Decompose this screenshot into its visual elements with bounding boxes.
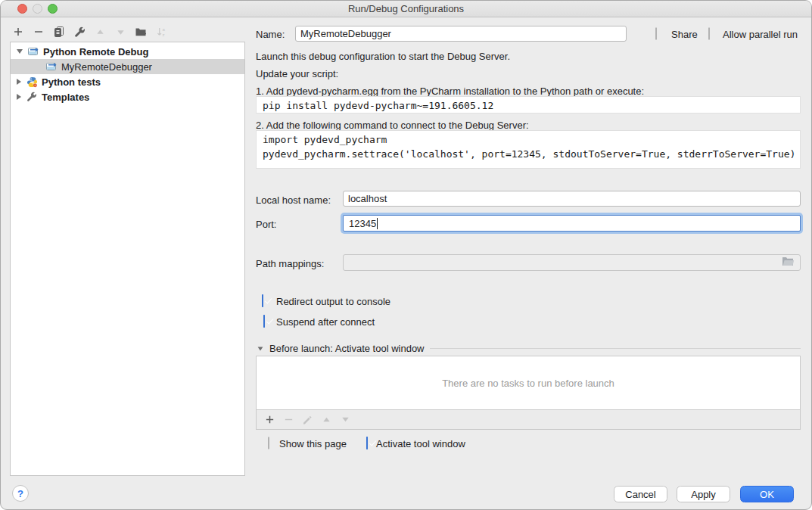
instruction-step-1: 1. Add pydevd-pycharm.egg from the PyCha… — [256, 86, 644, 97]
configurations-toolbar: a z — [11, 23, 168, 41]
show-this-page-checkbox[interactable] — [268, 437, 269, 449]
add-icon — [265, 415, 275, 424]
remove-icon — [284, 415, 294, 424]
edit-task-button[interactable] — [300, 413, 314, 427]
apply-button[interactable]: Apply — [677, 486, 730, 502]
port-input[interactable]: 12345 — [343, 215, 801, 232]
sort-alpha-icon: a z — [156, 26, 167, 38]
ok-button[interactable]: OK — [740, 486, 794, 502]
move-down-icon — [341, 415, 350, 424]
activate-tool-window-label: Activate tool window — [376, 438, 465, 449]
add-icon — [13, 26, 23, 37]
before-launch-empty-text: There are no tasks to run before launch — [442, 378, 614, 389]
tree-item-label: Python tests — [42, 76, 101, 88]
new-folder-icon — [135, 26, 147, 38]
move-up-button[interactable] — [93, 25, 107, 39]
browse-folder-icon[interactable] — [782, 257, 795, 269]
local-host-name-label: Local host name: — [256, 194, 331, 206]
show-this-page-label: Show this page — [279, 438, 347, 449]
tree-item-python-tests[interactable]: Python tests — [11, 74, 244, 89]
chevron-right-icon[interactable] — [17, 94, 21, 100]
wrench-icon — [74, 26, 86, 38]
move-up-icon — [322, 415, 331, 424]
move-down-button[interactable] — [114, 25, 127, 39]
run-debug-configurations-dialog: Run/Debug Configurations — [0, 0, 812, 510]
python-tests-icon — [26, 76, 38, 88]
suspend-after-connect-label: Suspend after connect — [276, 316, 375, 328]
settrace-code-line-1: import pydevd_pycharm — [263, 134, 387, 145]
window-title: Run/Debug Configurations — [1, 3, 811, 14]
pip-install-code[interactable]: pip install pydevd-pycharm~=191.6605.12 — [256, 96, 801, 114]
move-up-icon — [95, 27, 105, 37]
remote-debug-config-icon — [27, 45, 39, 58]
remote-debug-config-icon — [45, 61, 58, 73]
before-launch-title: Before launch: Activate tool window — [269, 343, 425, 354]
chevron-down-icon[interactable] — [17, 49, 23, 54]
tree-item-label: Templates — [42, 92, 89, 103]
share-label: Share — [671, 29, 698, 40]
local-host-name-input[interactable] — [343, 191, 801, 207]
collapse-section-icon[interactable] — [258, 347, 263, 350]
move-down-icon — [116, 27, 126, 37]
port-value: 12345 — [349, 218, 376, 229]
help-button[interactable]: ? — [12, 485, 29, 502]
remove-task-button[interactable] — [282, 413, 295, 427]
before-launch-header[interactable]: Before launch: Activate tool window — [257, 343, 801, 354]
move-task-down-button[interactable] — [338, 413, 352, 427]
copy-configuration-button[interactable] — [52, 25, 66, 39]
before-launch-task-list[interactable]: There are no tasks to run before launch — [256, 356, 801, 410]
activate-tool-window-checkbox[interactable] — [366, 437, 368, 449]
port-label: Port: — [256, 219, 276, 230]
copy-icon — [53, 26, 65, 38]
title-bar: Run/Debug Configurations — [1, 1, 811, 17]
tree-item-templates[interactable]: Templates — [11, 89, 244, 104]
add-task-button[interactable] — [263, 413, 276, 427]
move-task-up-button[interactable] — [319, 413, 333, 427]
chevron-right-icon[interactable] — [17, 79, 21, 85]
settrace-code-line-2: pydevd_pycharm.settrace('localhost', por… — [263, 148, 795, 160]
instruction-line-2: Update your script: — [256, 68, 338, 79]
remove-configuration-button[interactable] — [32, 25, 45, 39]
remove-icon — [33, 26, 44, 37]
sort-configurations-button[interactable]: a z — [154, 25, 168, 39]
configurations-tree: Python Remote Debug MyRemoteDebugger — [10, 42, 245, 476]
pencil-icon — [302, 415, 313, 425]
redirect-output-checkbox[interactable] — [262, 294, 263, 307]
instruction-step-2: 2. Add the following command to connect … — [256, 120, 529, 131]
instruction-line-1: Launch this debug configuration to start… — [256, 51, 510, 62]
add-configuration-button[interactable] — [11, 25, 25, 39]
path-mappings-input[interactable] — [343, 254, 801, 271]
text-caret — [377, 218, 378, 229]
suspend-after-connect-checkbox[interactable] — [263, 315, 265, 328]
section-divider — [430, 348, 801, 349]
svg-text:z: z — [162, 31, 164, 36]
edit-templates-button[interactable] — [73, 25, 86, 39]
share-checkbox[interactable] — [655, 27, 657, 40]
redirect-output-label: Redirect output to console — [276, 296, 390, 307]
tree-item-myremotedebugger-selected[interactable]: MyRemoteDebugger — [11, 59, 244, 74]
allow-parallel-run-checkbox[interactable] — [708, 27, 710, 40]
name-input[interactable] — [295, 26, 627, 42]
tree-item-label: MyRemoteDebugger — [61, 61, 152, 73]
tree-item-python-remote-debug[interactable]: Python Remote Debug — [11, 44, 244, 59]
name-label: Name: — [256, 29, 285, 40]
tree-item-label: Python Remote Debug — [43, 46, 148, 58]
question-mark-icon: ? — [17, 488, 23, 499]
new-folder-button[interactable] — [134, 25, 148, 39]
path-mappings-label: Path mappings: — [256, 258, 324, 269]
templates-wrench-icon — [26, 91, 38, 103]
settrace-code[interactable]: import pydevd_pycharm pydevd_pycharm.set… — [256, 130, 801, 169]
cancel-button[interactable]: Cancel — [614, 486, 667, 502]
before-launch-toolbar — [256, 410, 801, 430]
allow-parallel-run-label: Allow parallel run — [723, 29, 798, 40]
